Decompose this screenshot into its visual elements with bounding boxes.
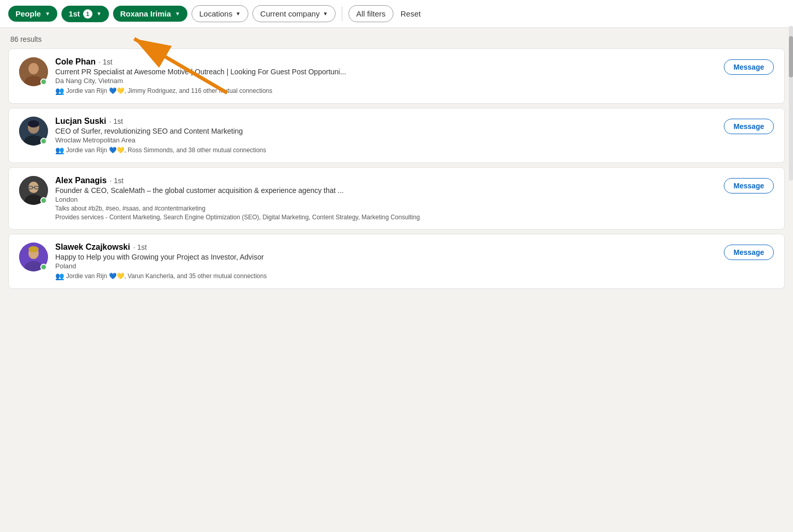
online-indicator-lucjan — [40, 138, 47, 144]
result-card-cole-phan: Cole Phan · 1st Current PR Specialist at… — [8, 49, 785, 104]
mutual-text-slawek: Jordie van Rijn 💙💛, Varun Kancherla, and… — [66, 272, 267, 280]
people-filter-button[interactable]: People ▼ — [8, 6, 57, 22]
person-degree-alex: · 1st — [110, 176, 123, 185]
person-location-lucjan: Wroclaw Metropolitan Area — [55, 136, 717, 144]
results-count-text: 86 results — [10, 35, 42, 43]
result-info-lucjan: Lucjan Suski · 1st CEO of Surfer, revolu… — [55, 117, 717, 154]
name-line-cole: Cole Phan · 1st — [55, 57, 717, 67]
people-label: People — [15, 9, 41, 18]
mutual-text-cole: Jordie van Rijn 💙💛, Jimmy Rodriguez, and… — [66, 87, 273, 94]
svg-point-3 — [28, 63, 39, 74]
locations-filter-button[interactable]: Locations ▼ — [192, 5, 248, 22]
message-button-alex[interactable]: Message — [724, 178, 774, 194]
person-headline-slawek: Happy to Help you with Growing your Proj… — [55, 253, 717, 261]
result-card-slawek-czajkowski: Slawek Czajkowski · 1st Happy to Help yo… — [8, 234, 785, 289]
all-filters-button[interactable]: All filters — [348, 5, 393, 22]
company-filter-button[interactable]: Current company ▼ — [252, 5, 336, 22]
mutual-icon-cole: 👥 — [55, 87, 64, 95]
person-name-cole[interactable]: Cole Phan — [55, 57, 96, 67]
person-name-alex[interactable]: Alex Panagis — [55, 176, 107, 185]
person-name-lucjan[interactable]: Lucjan Suski — [55, 117, 106, 126]
first-degree-filter-button[interactable]: 1st 1 ▼ — [61, 6, 109, 22]
message-button-lucjan[interactable]: Message — [724, 119, 774, 134]
mutual-text-lucjan: Jordie van Rijn 💙💛, Ross Simmonds, and 3… — [66, 147, 266, 154]
person-degree-lucjan: · 1st — [109, 117, 123, 125]
person-location-alex: London — [55, 196, 717, 203]
result-info-slawek: Slawek Czajkowski · 1st Happy to Help yo… — [55, 243, 717, 280]
name-line-alex: Alex Panagis · 1st — [55, 176, 717, 185]
person-degree-slawek: · 1st — [133, 243, 147, 251]
roxana-filter-button[interactable]: Roxana Irimia ▼ — [113, 6, 187, 22]
toolbar: People ▼ 1st 1 ▼ Roxana Irimia ▼ Locatio… — [0, 0, 793, 28]
first-badge: 1 — [83, 9, 92, 19]
name-line-slawek: Slawek Czajkowski · 1st — [55, 243, 717, 252]
avatar-wrap-cole — [19, 57, 48, 86]
person-location-cole: Da Nang City, Vietnam — [55, 77, 717, 85]
person-name-slawek[interactable]: Slawek Czajkowski — [55, 243, 130, 252]
company-chevron-icon: ▼ — [323, 11, 328, 17]
result-actions-alex: Message — [724, 176, 774, 194]
company-label: Current company — [260, 9, 320, 18]
person-headline-cole: Current PR Specialist at Awesome Motive … — [55, 68, 717, 76]
avatar-wrap-lucjan — [19, 117, 48, 146]
result-info-cole: Cole Phan · 1st Current PR Specialist at… — [55, 57, 717, 95]
result-info-alex: Alex Panagis · 1st Founder & CEO, ScaleM… — [55, 176, 717, 221]
avatar-wrap-slawek — [19, 243, 48, 271]
scrollbar-track[interactable] — [789, 26, 793, 181]
toolbar-divider — [342, 7, 342, 21]
reset-button[interactable]: Reset — [398, 6, 424, 22]
people-chevron-icon: ▼ — [45, 11, 50, 17]
message-button-cole[interactable]: Message — [724, 59, 774, 75]
first-chevron-icon: ▼ — [97, 11, 102, 17]
person-mutual-cole: 👥 Jordie van Rijn 💙💛, Jimmy Rodriguez, a… — [55, 87, 717, 95]
mutual-icon-slawek: 👥 — [55, 272, 64, 280]
online-indicator-alex — [40, 197, 47, 204]
results-count: 86 results — [0, 28, 793, 49]
result-actions-cole: Message — [724, 57, 774, 75]
svg-point-18 — [28, 246, 39, 252]
result-card-alex-panagis: Alex Panagis · 1st Founder & CEO, ScaleM… — [8, 167, 785, 230]
result-actions-slawek: Message — [724, 243, 774, 260]
person-headline-lucjan: CEO of Surfer, revolutionizing SEO and C… — [55, 127, 717, 135]
message-button-slawek[interactable]: Message — [724, 245, 774, 260]
name-line-lucjan: Lucjan Suski · 1st — [55, 117, 717, 126]
result-actions-lucjan: Message — [724, 117, 774, 134]
roxana-label: Roxana Irimia — [120, 9, 171, 18]
person-talks-about-alex: Talks about #b2b, #seo, #saas, and #cont… — [55, 205, 717, 212]
person-degree-cole: · 1st — [99, 58, 112, 66]
person-mutual-slawek: 👥 Jordie van Rijn 💙💛, Varun Kancherla, a… — [55, 272, 717, 280]
online-indicator-cole — [40, 78, 47, 85]
online-indicator-slawek — [40, 264, 47, 270]
locations-label: Locations — [199, 9, 232, 18]
reset-label: Reset — [401, 9, 421, 18]
scrollbar-thumb[interactable] — [789, 36, 793, 77]
locations-chevron-icon: ▼ — [235, 11, 241, 17]
person-location-slawek: Poland — [55, 262, 717, 270]
person-headline-alex: Founder & CEO, ScaleMath – the global cu… — [55, 186, 717, 195]
results-list: Cole Phan · 1st Current PR Specialist at… — [0, 49, 793, 289]
avatar-wrap-alex — [19, 176, 48, 205]
person-services-alex: Provides services - Content Marketing, S… — [55, 214, 717, 221]
result-card-lucjan-suski: Lucjan Suski · 1st CEO of Surfer, revolu… — [8, 108, 785, 163]
svg-point-8 — [28, 120, 39, 127]
person-mutual-lucjan: 👥 Jordie van Rijn 💙💛, Ross Simmonds, and… — [55, 146, 717, 154]
roxana-chevron-icon: ▼ — [175, 11, 180, 17]
mutual-icon-lucjan: 👥 — [55, 146, 64, 154]
all-filters-label: All filters — [356, 9, 386, 18]
first-label: 1st — [69, 9, 80, 18]
